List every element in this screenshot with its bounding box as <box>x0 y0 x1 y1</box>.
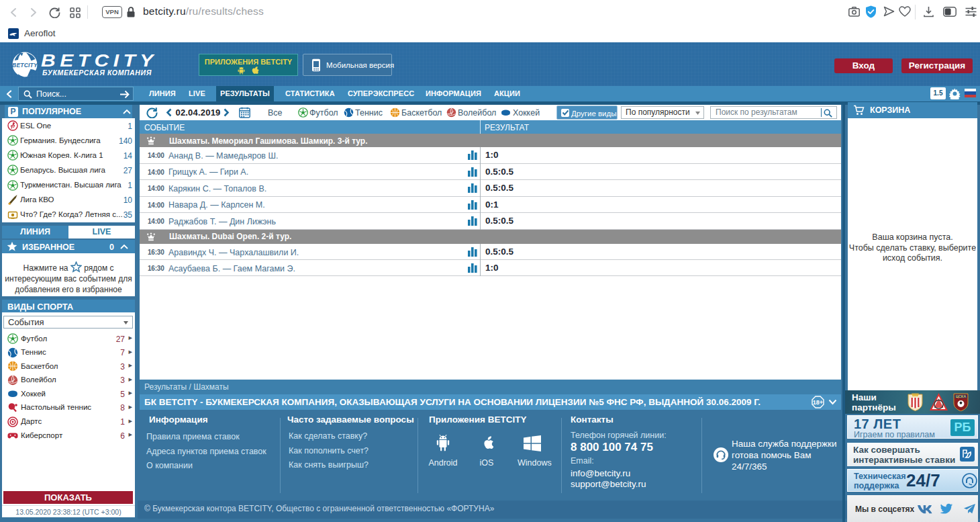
svg-text:ЦСКА: ЦСКА <box>956 394 966 398</box>
svg-text:BETCITY: BETCITY <box>12 62 38 69</box>
svg-text:18+: 18+ <box>813 399 823 406</box>
